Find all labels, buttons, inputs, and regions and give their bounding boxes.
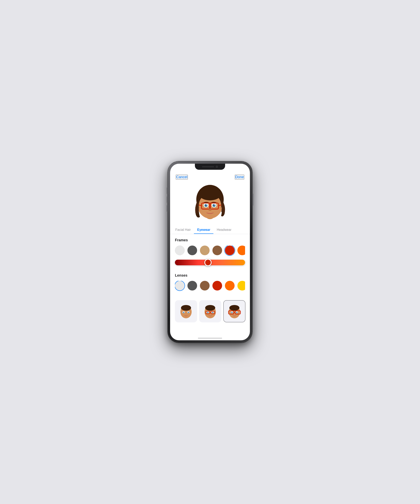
home-indicator[interactable] bbox=[198, 338, 222, 339]
phone-frame: Cancel Done bbox=[168, 161, 252, 343]
cancel-button[interactable]: Cancel bbox=[176, 174, 188, 180]
tabs-container: Facial Hair Eyewear Headwear bbox=[170, 226, 250, 234]
lens-color-brown[interactable] bbox=[200, 281, 210, 290]
lens-color-orange[interactable] bbox=[225, 281, 235, 290]
lenses-label: Lenses bbox=[175, 273, 245, 278]
frame-color-brown[interactable] bbox=[213, 246, 222, 255]
svg-point-41 bbox=[231, 312, 233, 313]
frames-slider-container bbox=[175, 260, 245, 265]
frames-label: Frames bbox=[175, 238, 245, 242]
style-grid bbox=[175, 298, 245, 325]
style-no-glasses[interactable] bbox=[175, 300, 197, 322]
frames-slider-thumb[interactable] bbox=[204, 259, 212, 266]
frame-color-tan[interactable] bbox=[200, 246, 210, 255]
lens-color-red[interactable] bbox=[213, 281, 222, 290]
avatar-container bbox=[170, 180, 250, 226]
tabs-scroll: Facial Hair Eyewear Headwear bbox=[172, 226, 248, 234]
svg-point-32 bbox=[207, 312, 209, 313]
svg-point-42 bbox=[236, 312, 238, 313]
lens-color-dark-gray[interactable] bbox=[187, 281, 197, 290]
lenses-section: Lenses bbox=[170, 269, 250, 294]
frame-color-red[interactable] bbox=[225, 246, 235, 255]
phone-screen: Cancel Done bbox=[170, 164, 250, 340]
lens-color-white[interactable] bbox=[175, 281, 185, 290]
screen-content: Cancel Done bbox=[170, 164, 250, 340]
frames-slider-track[interactable] bbox=[175, 260, 245, 265]
tab-eyewear[interactable]: Eyewear bbox=[194, 226, 213, 234]
header: Cancel Done bbox=[170, 173, 250, 180]
frames-slider-thumb-inner bbox=[205, 260, 211, 265]
svg-point-15 bbox=[214, 204, 215, 205]
notch bbox=[195, 164, 225, 170]
frames-color-row bbox=[175, 246, 245, 256]
memoji-avatar bbox=[190, 182, 230, 222]
frame-color-dark-gray[interactable] bbox=[187, 246, 197, 255]
frames-section: Frames bbox=[170, 234, 250, 269]
tab-facial-hair[interactable]: Facial Hair bbox=[172, 226, 194, 234]
style-large-rect[interactable] bbox=[223, 300, 245, 322]
styles-section bbox=[170, 294, 250, 327]
svg-point-23 bbox=[181, 305, 191, 311]
style-small-rect[interactable] bbox=[199, 300, 221, 322]
bottom-spacer bbox=[170, 327, 250, 333]
svg-point-7 bbox=[209, 189, 217, 198]
speaker bbox=[202, 166, 214, 167]
done-button[interactable]: Done bbox=[235, 174, 244, 180]
tab-headwear[interactable]: Headwear bbox=[213, 226, 235, 234]
lens-color-yellow[interactable] bbox=[237, 281, 245, 290]
svg-point-14 bbox=[206, 204, 207, 205]
svg-point-33 bbox=[212, 312, 213, 313]
svg-point-26 bbox=[183, 312, 184, 313]
svg-point-38 bbox=[229, 305, 239, 311]
frame-color-white[interactable] bbox=[175, 246, 185, 255]
lenses-color-row bbox=[175, 281, 245, 291]
svg-point-27 bbox=[188, 312, 189, 313]
front-camera bbox=[216, 166, 218, 168]
svg-point-29 bbox=[205, 305, 215, 311]
frame-color-orange[interactable] bbox=[237, 246, 245, 255]
